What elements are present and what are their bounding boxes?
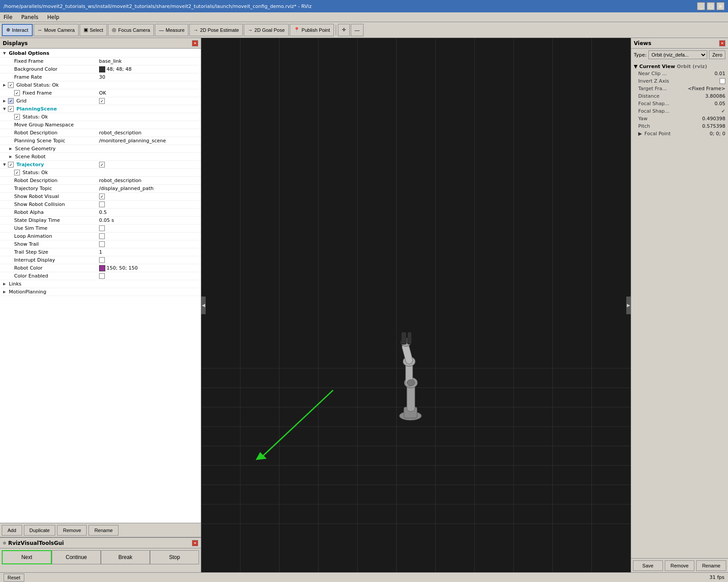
displays-panel-close[interactable]: ✕	[192, 40, 198, 46]
move-camera-button[interactable]: ↔ Move Camera	[34, 24, 79, 36]
reset-button[interactable]: Reset	[4, 574, 24, 582]
2d-goal-pose-button[interactable]: → 2D Goal Pose	[244, 24, 288, 36]
frame-rate-row[interactable]: Frame Rate 30	[0, 73, 201, 81]
ps-status-check[interactable]	[14, 114, 20, 120]
collapse-left-button[interactable]: ◀	[201, 297, 206, 314]
continue-button[interactable]: Continue	[52, 550, 101, 564]
interrupt-display-check[interactable]	[99, 257, 105, 263]
motion-planning-row[interactable]: ▶ MotionPlanning	[0, 288, 201, 296]
scene-robot-expand-icon[interactable]: ▶	[8, 154, 13, 160]
3d-viewport[interactable]: ◀ ▶	[201, 38, 631, 572]
traj-status-check[interactable]	[14, 170, 20, 175]
menu-panels[interactable]: Panels	[19, 13, 40, 21]
background-color-swatch[interactable]	[99, 66, 105, 72]
trajectory-expand-icon[interactable]: ▼	[2, 162, 7, 167]
color-enabled-check[interactable]	[99, 273, 105, 279]
traj-topic-row[interactable]: Trajectory Topic /display_planned_path	[0, 185, 201, 193]
links-expand-icon[interactable]: ▶	[2, 281, 7, 287]
grid-enabled-check[interactable]	[99, 98, 105, 104]
fixed-frame-row[interactable]: Fixed Frame base_link	[0, 57, 201, 65]
focal-shape2-row[interactable]: Focal Shap... ✓	[631, 107, 728, 115]
grid-check[interactable]	[8, 98, 14, 104]
next-button[interactable]: Next	[2, 550, 52, 564]
color-enabled-row[interactable]: Color Enabled	[0, 272, 201, 280]
focus-camera-button[interactable]: ◎ Focus Camera	[108, 24, 154, 36]
scene-geometry-row[interactable]: ▶ Scene Geometry	[0, 145, 201, 153]
display-tree[interactable]: ▼ Global Options Fixed Frame base_link B…	[0, 49, 201, 523]
grid-row[interactable]: ▶ Grid	[0, 97, 201, 105]
use-sim-time-check[interactable]	[99, 225, 105, 231]
rviz-tools-gui-close[interactable]: ✕	[192, 540, 198, 546]
trajectory-check[interactable]	[8, 162, 14, 167]
planning-scene-expand-icon[interactable]: ▼	[2, 107, 7, 112]
duplicate-button[interactable]: Duplicate	[24, 525, 56, 536]
planning-scene-check[interactable]	[8, 106, 14, 112]
close-button[interactable]: ✕	[717, 2, 724, 10]
planning-scene-row[interactable]: ▼ PlanningScene	[0, 105, 201, 113]
scene-robot-row[interactable]: ▶ Scene Robot	[0, 153, 201, 161]
2d-pose-estimate-button[interactable]: → 2D Pose Estimate	[189, 24, 243, 36]
minimize-button[interactable]: _	[697, 2, 705, 10]
views-save-button[interactable]: Save	[633, 560, 663, 571]
views-panel-close[interactable]: ✕	[719, 40, 725, 46]
robot-alpha-row[interactable]: Robot Alpha 0.5	[0, 209, 201, 217]
links-row[interactable]: ▶ Links	[0, 280, 201, 288]
remove-button[interactable]: Remove	[57, 525, 87, 536]
ps-status-row[interactable]: Status: Ok	[0, 113, 201, 121]
motion-planning-expand-icon[interactable]: ▶	[2, 289, 7, 295]
global-status-expand-icon[interactable]: ▶	[2, 83, 7, 88]
show-trail-row[interactable]: Show Trail	[0, 240, 201, 248]
maximize-button[interactable]: □	[707, 2, 715, 10]
break-button[interactable]: Break	[101, 550, 150, 564]
trajectory-row[interactable]: ▼ Trajectory	[0, 161, 201, 169]
planning-scene-topic-row[interactable]: Planning Scene Topic /monitored_planning…	[0, 137, 201, 145]
show-robot-collision-row[interactable]: Show Robot Collision	[0, 201, 201, 209]
ps-status-expand[interactable]	[8, 114, 13, 120]
traj-status-expand[interactable]	[8, 170, 13, 175]
add-button[interactable]: Add	[2, 525, 22, 536]
invert-z-row[interactable]: Invert Z Axis	[631, 77, 728, 85]
loop-animation-row[interactable]: Loop Animation	[0, 232, 201, 240]
grid-expand-icon[interactable]: ▶	[2, 99, 7, 104]
focal-point-expand-icon[interactable]: ▶	[638, 131, 642, 137]
global-status-row[interactable]: ▶ Global Status: Ok	[0, 81, 201, 89]
focal-point-row[interactable]: ▶ Focal Point 0; 0; 0	[631, 130, 728, 137]
global-options-expand-icon[interactable]: ▼	[2, 51, 7, 56]
robot-desc-ps-row[interactable]: Robot Description robot_description	[0, 129, 201, 137]
loop-animation-check[interactable]	[99, 233, 105, 239]
interrupt-display-row[interactable]: Interrupt Display	[0, 256, 201, 264]
views-zero-button[interactable]: Zero	[709, 50, 725, 59]
global-options-row[interactable]: ▼ Global Options	[0, 49, 201, 57]
show-trail-check[interactable]	[99, 241, 105, 247]
distance-row[interactable]: Distance 3.80086	[631, 92, 728, 100]
select-button[interactable]: ▣ Select	[80, 24, 107, 36]
state-display-time-row[interactable]: State Display Time 0.05 s	[0, 217, 201, 224]
robot-color-swatch[interactable]	[99, 265, 105, 271]
current-view-header[interactable]: ▼ Current View Orbit (rviz)	[631, 63, 728, 70]
show-robot-collision-check[interactable]	[99, 202, 105, 207]
rename-button[interactable]: Rename	[88, 525, 119, 536]
measure-button[interactable]: — Measure	[155, 24, 188, 36]
invert-z-check[interactable]	[720, 78, 725, 84]
fixed-frame-status-row[interactable]: Fixed Frame OK	[0, 89, 201, 97]
stop-button[interactable]: Stop	[150, 550, 199, 564]
global-status-check[interactable]	[8, 82, 14, 88]
trail-step-size-row[interactable]: Trail Step Size 1	[0, 248, 201, 256]
target-frame-row[interactable]: Target Fra... <Fixed Frame>	[631, 85, 728, 92]
collapse-right-button[interactable]: ▶	[626, 297, 631, 314]
robot-color-row[interactable]: Robot Color 150; 50; 150	[0, 264, 201, 272]
views-remove-button[interactable]: Remove	[665, 560, 695, 571]
toolbar-plus-button[interactable]: ✛	[338, 24, 350, 36]
menu-help[interactable]: Help	[46, 13, 61, 21]
menu-file[interactable]: File	[2, 13, 14, 21]
views-rename-button[interactable]: Rename	[696, 560, 726, 571]
scene-geometry-expand-icon[interactable]: ▶	[8, 146, 13, 152]
trajectory-enabled-check[interactable]	[99, 162, 105, 167]
use-sim-time-row[interactable]: Use Sim Time	[0, 224, 201, 232]
show-robot-visual-row[interactable]: Show Robot Visual	[0, 193, 201, 201]
fixed-frame-status-expand[interactable]	[8, 91, 13, 96]
traj-robot-desc-row[interactable]: Robot Description robot_description	[0, 177, 201, 185]
move-group-ns-row[interactable]: Move Group Namespace	[0, 121, 201, 129]
fixed-frame-status-check[interactable]	[14, 90, 20, 96]
interact-button[interactable]: ⊕ Interact	[2, 24, 33, 36]
